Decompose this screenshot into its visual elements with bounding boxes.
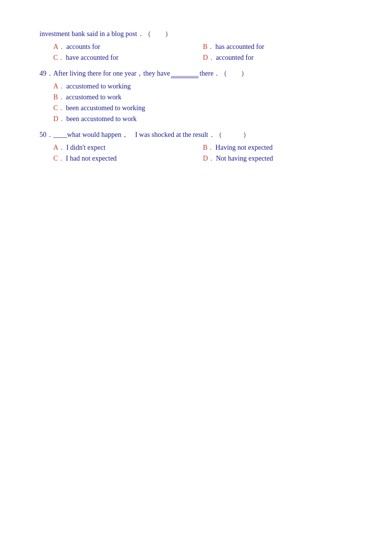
q50-label-b: B． bbox=[203, 144, 214, 151]
q49-label-a: A． bbox=[53, 83, 65, 90]
q48-label-d: D． bbox=[203, 54, 215, 61]
q49-label-d: D． bbox=[53, 115, 65, 123]
q48-text-c: have accounted for bbox=[66, 54, 118, 61]
q49-label-b: B． bbox=[53, 93, 65, 101]
q49-text-after: there．（ ） bbox=[199, 70, 248, 77]
q50-text-c: I had not expected bbox=[66, 155, 117, 162]
page: investment bank said in a blog post．（ ） … bbox=[0, 0, 392, 200]
q48-label-a: A． bbox=[53, 43, 65, 50]
q50-text-a: I didn't expect bbox=[66, 144, 106, 151]
q50-label-d: D． bbox=[203, 155, 215, 162]
q48-block: A．accounts for B．has accounted for C．hav… bbox=[39, 43, 353, 62]
q50-text-d: Not having expected bbox=[216, 155, 273, 162]
q50-option-a: A．I didn't expect bbox=[53, 143, 203, 152]
q49-option-a: A．accustomed to working bbox=[53, 82, 353, 91]
q48-text-b: has accounted for bbox=[215, 43, 264, 50]
q50-option-b: B．Having not expected bbox=[203, 143, 353, 152]
q48-text-d: accounted for bbox=[216, 54, 254, 61]
q49-options: A．accustomed to working B．accustomed to … bbox=[39, 82, 353, 124]
q50-text-mid: what would happen， I was shocked at the … bbox=[67, 131, 250, 138]
q49-text-a: accustomed to working bbox=[66, 83, 131, 90]
q50-text: ____what would happen， I was shocked at … bbox=[53, 130, 353, 139]
q50-option-c: C．I had not expected bbox=[53, 154, 203, 163]
q49-text-b: accustomed to work bbox=[66, 93, 121, 101]
q49-blank: ________ bbox=[171, 70, 198, 78]
q48-label-b: B． bbox=[203, 43, 214, 50]
q49-number: 49． bbox=[39, 69, 53, 78]
q49-text: After living there for one year，they hav… bbox=[53, 69, 353, 78]
q49-label-c: C． bbox=[53, 104, 65, 112]
q48-label-c: C． bbox=[53, 54, 65, 61]
intro-text: investment bank said in a blog post．（ ） bbox=[39, 30, 172, 38]
q50-text-before: ____ bbox=[53, 131, 67, 138]
q50-options: A．I didn't expect B．Having not expected … bbox=[39, 143, 353, 163]
q49-text-d: been accustomed to work bbox=[66, 115, 137, 123]
q49-text-before: After living there for one year，they hav… bbox=[53, 70, 170, 77]
q48-option-a: A．accounts for bbox=[53, 43, 203, 51]
q50-label-c: C． bbox=[53, 155, 65, 162]
q50-block: 50． ____what would happen， I was shocked… bbox=[39, 130, 353, 163]
q48-option-c: C．have accounted for bbox=[53, 53, 203, 62]
q48-options: A．accounts for B．has accounted for C．hav… bbox=[39, 43, 353, 62]
q50-number: 50． bbox=[39, 130, 53, 139]
q49-option-c: C．been accustomed to working bbox=[53, 104, 353, 113]
q49-block: 49． After living there for one year，they… bbox=[39, 69, 353, 124]
q48-text-a: accounts for bbox=[66, 43, 100, 50]
q50-text-b: Having not expected bbox=[215, 144, 273, 151]
q50-question: 50． ____what would happen， I was shocked… bbox=[39, 130, 353, 139]
q50-label-a: A． bbox=[53, 144, 65, 151]
q49-question: 49． After living there for one year，they… bbox=[39, 69, 353, 78]
q48-option-d: D．accounted for bbox=[203, 53, 353, 62]
intro-line: investment bank said in a blog post．（ ） bbox=[39, 30, 353, 39]
q50-option-d: D．Not having expected bbox=[203, 154, 353, 163]
q49-text-c: been accustomed to working bbox=[66, 104, 145, 112]
q48-option-b: B．has accounted for bbox=[203, 43, 353, 51]
q49-option-d: D．been accustomed to work bbox=[53, 115, 353, 124]
q49-option-b: B．accustomed to work bbox=[53, 93, 353, 102]
